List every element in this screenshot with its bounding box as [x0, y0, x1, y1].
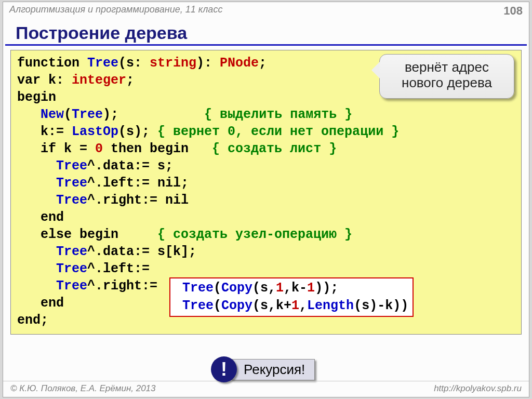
recursion-label: Рекурсия! [232, 359, 315, 380]
exclamation-icon: ! [211, 356, 237, 382]
page-number: 108 [503, 4, 523, 18]
recursion-callout: ! Рекурсия! [211, 356, 315, 382]
footer-url: http://kpolyakov.spb.ru [434, 383, 522, 394]
topbar: Алгоритмизация и программирование, 11 кл… [3, 2, 529, 18]
slide: Алгоритмизация и программирование, 11 кл… [3, 2, 529, 397]
footer: © К.Ю. Поляков, Е.А. Ерёмин, 2013 http:/… [3, 381, 529, 394]
footer-authors: © К.Ю. Поляков, Е.А. Ерёмин, 2013 [10, 383, 156, 394]
subject: Алгоритмизация и программирование, 11 кл… [9, 4, 222, 18]
slide-title: Построение дерева [5, 18, 527, 46]
highlight-box: Tree(Copy(s,1,k-1)); Tree(Copy(s,k+1,Len… [169, 277, 414, 317]
speech-bubble: вернёт адрес нового дерева [379, 54, 514, 99]
